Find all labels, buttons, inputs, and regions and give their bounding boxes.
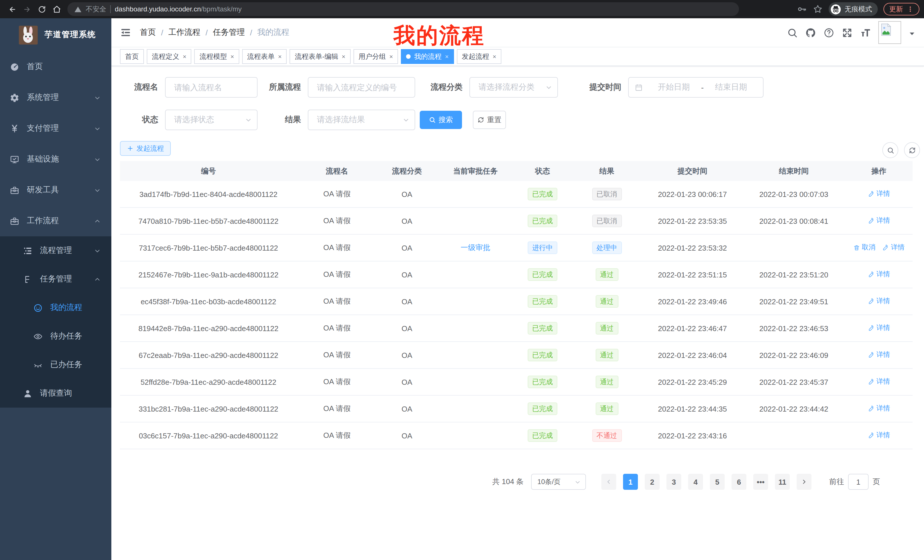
task-link[interactable]: 一级审批	[460, 243, 490, 252]
sidebar-item-研发工具[interactable]: 研发工具	[0, 175, 111, 205]
tab-流程表单-编辑[interactable]: 流程表单-编辑×	[290, 49, 351, 64]
tab-close-icon[interactable]: ×	[492, 53, 496, 60]
page-button-6[interactable]: 6	[732, 474, 746, 490]
cell-end-time: 2022-01-22 23:44:42	[742, 404, 845, 413]
page-button-1[interactable]: 1	[623, 474, 638, 490]
avatar[interactable]	[878, 21, 901, 44]
browser-home-button[interactable]	[49, 2, 64, 16]
tab-close-icon[interactable]: ×	[183, 53, 186, 60]
breadcrumb-separator: /	[250, 28, 252, 37]
fullscreen-icon[interactable]	[842, 27, 853, 38]
password-key-icon[interactable]	[796, 4, 807, 14]
app-logo-row[interactable]: 芋道管理系统	[0, 18, 111, 51]
action-详情[interactable]: 详情	[868, 431, 890, 440]
submit-time-range-picker[interactable]: 开始日期 - 结束日期	[628, 77, 764, 97]
sidebar-item-工作流程[interactable]: 工作流程	[0, 205, 111, 236]
tab-流程表单[interactable]: 流程表单×	[242, 49, 287, 64]
action-详情[interactable]: 详情	[868, 323, 890, 333]
page-button-4[interactable]: 4	[688, 474, 703, 490]
sidebar-item-请假查询[interactable]: 请假查询	[0, 379, 111, 407]
page-button-3[interactable]: 3	[666, 474, 681, 490]
action-详情[interactable]: 详情	[868, 189, 890, 199]
action-详情[interactable]: 详情	[868, 296, 890, 306]
next-page-button[interactable]	[796, 474, 812, 490]
table-search-toggle-button[interactable]	[882, 142, 898, 158]
cell-id: 03c6c157-7b9a-11ec-a290-acde48001122	[120, 431, 297, 440]
action-详情[interactable]: 详情	[868, 404, 890, 413]
action-取消[interactable]: 取消	[853, 243, 876, 253]
search-button[interactable]: 搜索	[420, 111, 462, 129]
process-category-select[interactable]: 请选择流程分类	[470, 77, 558, 97]
address-bar[interactable]: 不安全 dashboard.yudao.iocoder.cn/bpm/task/…	[68, 2, 739, 16]
edit-icon	[868, 271, 874, 278]
reset-button[interactable]: 重置	[473, 111, 506, 129]
tab-流程模型[interactable]: 流程模型×	[195, 49, 239, 64]
page-button-5[interactable]: 5	[710, 474, 725, 490]
yen-icon	[10, 124, 20, 133]
breadcrumb-item-工作流程[interactable]: 工作流程	[168, 27, 201, 38]
cell-id: 67c2eaab-7b9a-11ec-a290-acde48001122	[120, 351, 297, 359]
bookmark-star-icon[interactable]	[813, 4, 823, 14]
action-详情[interactable]: 详情	[868, 270, 890, 279]
search-icon[interactable]	[787, 27, 798, 38]
tab-首页[interactable]: 首页	[120, 49, 144, 64]
action-详情[interactable]: 详情	[868, 216, 890, 226]
sidebar-item-label: 工作流程	[27, 216, 59, 226]
action-详情[interactable]: 详情	[868, 377, 890, 387]
sidebar-item-基础设施[interactable]: 基础设施	[0, 144, 111, 175]
sidebar-item-首页[interactable]: 首页	[0, 51, 111, 82]
sidebar-item-系统管理[interactable]: 系统管理	[0, 82, 111, 113]
status-badge: 已完成	[528, 322, 557, 334]
more-pages-button[interactable]: •••	[753, 474, 768, 490]
process-definition-input[interactable]	[308, 77, 415, 97]
table-row: 67c2eaab-7b9a-11ec-a290-acde48001122OA 请…	[120, 342, 913, 369]
navbar-actions	[787, 21, 915, 44]
breadcrumb-item-首页[interactable]: 首页	[140, 27, 156, 38]
sidebar-item-我的流程[interactable]: 我的流程	[0, 293, 111, 322]
action-详情[interactable]: 详情	[882, 243, 904, 253]
sidebar-item-已办任务[interactable]: 已办任务	[0, 350, 111, 379]
status-select[interactable]: 请选择状态	[165, 109, 258, 130]
table-row: 3ad174fb-7b9d-11ec-8404-acde48001122OA 请…	[120, 181, 913, 208]
tab-用户分组[interactable]: 用户分组×	[354, 49, 398, 64]
tab-close-icon[interactable]: ×	[390, 53, 393, 60]
page-button-2[interactable]: 2	[645, 474, 660, 490]
start-process-button[interactable]: 发起流程	[120, 141, 171, 156]
tab-close-icon[interactable]: ×	[342, 53, 345, 60]
security-label[interactable]: 不安全	[86, 4, 106, 14]
process-name-input[interactable]	[165, 77, 258, 97]
tab-close-icon[interactable]: ×	[230, 53, 234, 60]
sidebar-item-支付管理[interactable]: 支付管理	[0, 113, 111, 144]
url-text[interactable]: dashboard.yudao.iocoder.cn/bpm/task/my	[115, 5, 242, 13]
github-icon[interactable]	[805, 27, 816, 38]
tab-close-icon[interactable]: ×	[278, 53, 282, 60]
browser-forward-button[interactable]	[20, 2, 34, 16]
page-number: 2	[650, 478, 654, 486]
hamburger-icon[interactable]	[120, 27, 131, 38]
browser-back-button[interactable]	[4, 2, 20, 16]
font-size-icon[interactable]	[860, 27, 871, 38]
sidebar-item-待办任务[interactable]: 待办任务	[0, 322, 111, 350]
sidebar-item-流程管理[interactable]: 流程管理	[0, 236, 111, 265]
breadcrumb-item-任务管理[interactable]: 任务管理	[213, 27, 245, 38]
page-size-select[interactable]: 10条/页	[531, 474, 586, 490]
browser-reload-button[interactable]	[34, 2, 49, 16]
tab-我的流程[interactable]: 我的流程×	[401, 49, 454, 64]
tab-close-icon[interactable]: ×	[445, 53, 448, 60]
help-icon[interactable]	[824, 27, 834, 38]
cell-status: 已完成	[514, 429, 571, 442]
sidebar-item-任务管理[interactable]: 任务管理	[0, 265, 111, 293]
cell-category: OA	[377, 190, 437, 198]
column-header-结束时间: 结束时间	[742, 166, 845, 176]
tab-发起流程[interactable]: 发起流程×	[457, 49, 501, 64]
filter-status: 状态 请选择状态	[124, 109, 258, 130]
goto-page-input[interactable]	[848, 474, 868, 490]
table-refresh-button[interactable]	[904, 142, 920, 158]
result-select[interactable]: 请选择流结果	[308, 109, 415, 130]
browser-update-button[interactable]: 更新	[884, 3, 920, 15]
tab-流程定义[interactable]: 流程定义×	[147, 49, 192, 64]
prev-page-button[interactable]	[602, 474, 616, 490]
page-button-11[interactable]: 11	[775, 474, 790, 490]
action-详情[interactable]: 详情	[868, 350, 890, 360]
avatar-caret-down-icon[interactable]	[909, 29, 915, 36]
